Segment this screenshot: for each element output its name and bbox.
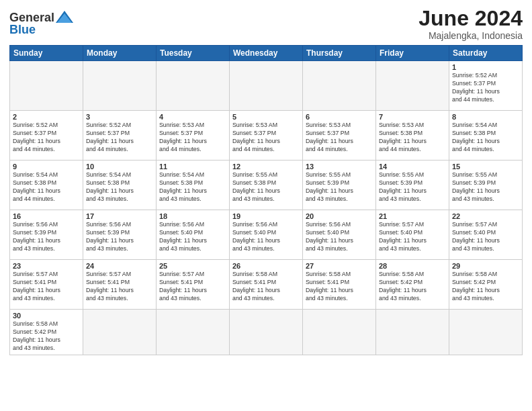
calendar-cell	[83, 61, 157, 111]
calendar-cell: 13Sunrise: 5:55 AM Sunset: 5:39 PM Dayli…	[303, 161, 376, 210]
day-number: 17	[86, 212, 153, 220]
day-info: Sunrise: 5:53 AM Sunset: 5:38 PM Dayligh…	[379, 122, 446, 154]
day-info: Sunrise: 5:55 AM Sunset: 5:39 PM Dayligh…	[379, 171, 446, 203]
calendar-cell: 21Sunrise: 5:57 AM Sunset: 5:40 PM Dayli…	[376, 210, 449, 260]
day-number: 16	[13, 212, 80, 220]
calendar-cell: 22Sunrise: 5:57 AM Sunset: 5:40 PM Dayli…	[449, 210, 523, 260]
calendar-cell: 25Sunrise: 5:57 AM Sunset: 5:41 PM Dayli…	[157, 260, 230, 310]
weekday-header-thursday: Thursday	[303, 46, 376, 61]
day-number: 15	[452, 163, 519, 171]
calendar-cell	[230, 310, 303, 355]
day-number: 6	[306, 113, 373, 121]
calendar-cell: 17Sunrise: 5:56 AM Sunset: 5:39 PM Dayli…	[83, 210, 157, 260]
day-info: Sunrise: 5:53 AM Sunset: 5:37 PM Dayligh…	[232, 122, 300, 154]
day-number: 18	[159, 212, 226, 220]
day-info: Sunrise: 5:56 AM Sunset: 5:39 PM Dayligh…	[13, 221, 80, 253]
day-number: 3	[86, 113, 153, 121]
day-info: Sunrise: 5:52 AM Sunset: 5:37 PM Dayligh…	[452, 72, 519, 104]
day-number: 20	[306, 212, 373, 220]
day-info: Sunrise: 5:56 AM Sunset: 5:40 PM Dayligh…	[232, 221, 300, 253]
day-number: 27	[306, 262, 373, 270]
month-title: June 2024	[418, 7, 523, 30]
title-block: June 2024 Majalengka, Indonesia	[418, 7, 523, 41]
calendar-cell: 19Sunrise: 5:56 AM Sunset: 5:40 PM Dayli…	[230, 210, 303, 260]
day-info: Sunrise: 5:53 AM Sunset: 5:37 PM Dayligh…	[306, 122, 373, 154]
day-number: 24	[86, 262, 153, 270]
calendar-cell: 6Sunrise: 5:53 AM Sunset: 5:37 PM Daylig…	[303, 111, 376, 161]
weekday-header-monday: Monday	[83, 46, 157, 61]
calendar-cell: 15Sunrise: 5:55 AM Sunset: 5:39 PM Dayli…	[449, 161, 523, 210]
day-info: Sunrise: 5:52 AM Sunset: 5:37 PM Dayligh…	[13, 122, 80, 154]
calendar-cell: 1Sunrise: 5:52 AM Sunset: 5:37 PM Daylig…	[449, 61, 523, 111]
calendar-cell: 16Sunrise: 5:56 AM Sunset: 5:39 PM Dayli…	[10, 210, 83, 260]
calendar-cell: 8Sunrise: 5:54 AM Sunset: 5:38 PM Daylig…	[449, 111, 523, 161]
calendar-cell: 29Sunrise: 5:58 AM Sunset: 5:42 PM Dayli…	[449, 260, 523, 310]
day-number: 9	[13, 163, 80, 171]
calendar-cell	[303, 310, 376, 355]
calendar-cell	[230, 61, 303, 111]
day-number: 10	[86, 163, 153, 171]
day-number: 5	[232, 113, 300, 121]
day-number: 14	[379, 163, 446, 171]
day-number: 26	[232, 262, 300, 270]
day-info: Sunrise: 5:58 AM Sunset: 5:42 PM Dayligh…	[13, 320, 80, 353]
day-number: 12	[232, 163, 300, 171]
logo-blue-text: Blue	[9, 23, 36, 37]
day-number: 4	[159, 113, 226, 121]
day-info: Sunrise: 5:55 AM Sunset: 5:39 PM Dayligh…	[306, 171, 373, 203]
day-info: Sunrise: 5:55 AM Sunset: 5:38 PM Dayligh…	[232, 171, 300, 203]
day-info: Sunrise: 5:56 AM Sunset: 5:39 PM Dayligh…	[86, 221, 153, 253]
subtitle: Majalengka, Indonesia	[418, 30, 523, 41]
calendar-cell: 30Sunrise: 5:58 AM Sunset: 5:42 PM Dayli…	[10, 310, 83, 355]
day-info: Sunrise: 5:58 AM Sunset: 5:41 PM Dayligh…	[306, 271, 373, 303]
day-number: 25	[159, 262, 226, 270]
calendar-cell: 26Sunrise: 5:58 AM Sunset: 5:41 PM Dayli…	[230, 260, 303, 310]
calendar-cell: 10Sunrise: 5:54 AM Sunset: 5:38 PM Dayli…	[83, 161, 157, 210]
calendar-cell: 24Sunrise: 5:57 AM Sunset: 5:41 PM Dayli…	[83, 260, 157, 310]
day-number: 29	[452, 262, 519, 270]
day-number: 8	[452, 113, 519, 121]
day-info: Sunrise: 5:54 AM Sunset: 5:38 PM Dayligh…	[159, 171, 226, 203]
day-number: 11	[159, 163, 226, 171]
weekday-header-wednesday: Wednesday	[230, 46, 303, 61]
calendar-cell	[83, 310, 157, 355]
day-info: Sunrise: 5:56 AM Sunset: 5:40 PM Dayligh…	[306, 221, 373, 253]
day-number: 30	[13, 312, 80, 320]
header: General Blue June 2024 Majalengka, Indon…	[9, 7, 523, 41]
calendar-cell: 5Sunrise: 5:53 AM Sunset: 5:37 PM Daylig…	[230, 111, 303, 161]
weekday-header-friday: Friday	[376, 46, 449, 61]
day-info: Sunrise: 5:57 AM Sunset: 5:40 PM Dayligh…	[452, 221, 519, 253]
day-info: Sunrise: 5:54 AM Sunset: 5:38 PM Dayligh…	[13, 171, 80, 203]
day-info: Sunrise: 5:56 AM Sunset: 5:40 PM Dayligh…	[159, 221, 226, 253]
logo-icon	[54, 9, 75, 26]
calendar-cell	[376, 310, 449, 355]
day-number: 28	[379, 262, 446, 270]
calendar-cell: 27Sunrise: 5:58 AM Sunset: 5:41 PM Dayli…	[303, 260, 376, 310]
day-info: Sunrise: 5:53 AM Sunset: 5:37 PM Dayligh…	[159, 122, 226, 154]
day-number: 2	[13, 113, 80, 121]
calendar-cell: 11Sunrise: 5:54 AM Sunset: 5:38 PM Dayli…	[157, 161, 230, 210]
day-info: Sunrise: 5:57 AM Sunset: 5:41 PM Dayligh…	[13, 271, 80, 303]
day-info: Sunrise: 5:55 AM Sunset: 5:39 PM Dayligh…	[452, 171, 519, 203]
calendar-cell: 4Sunrise: 5:53 AM Sunset: 5:37 PM Daylig…	[157, 111, 230, 161]
logo: General Blue	[9, 9, 75, 37]
calendar-cell	[376, 61, 449, 111]
day-number: 1	[452, 63, 519, 71]
weekday-header-sunday: Sunday	[10, 46, 83, 61]
calendar-cell: 9Sunrise: 5:54 AM Sunset: 5:38 PM Daylig…	[10, 161, 83, 210]
calendar-cell: 3Sunrise: 5:52 AM Sunset: 5:37 PM Daylig…	[83, 111, 157, 161]
day-number: 13	[306, 163, 373, 171]
day-info: Sunrise: 5:58 AM Sunset: 5:41 PM Dayligh…	[232, 271, 300, 303]
calendar-cell	[10, 61, 83, 111]
day-number: 22	[452, 212, 519, 220]
day-info: Sunrise: 5:54 AM Sunset: 5:38 PM Dayligh…	[452, 122, 519, 154]
weekday-header-tuesday: Tuesday	[157, 46, 230, 61]
calendar-cell: 23Sunrise: 5:57 AM Sunset: 5:41 PM Dayli…	[10, 260, 83, 310]
calendar-cell	[449, 310, 523, 355]
day-info: Sunrise: 5:57 AM Sunset: 5:41 PM Dayligh…	[86, 271, 153, 303]
calendar: SundayMondayTuesdayWednesdayThursdayFrid…	[9, 45, 523, 355]
calendar-cell: 20Sunrise: 5:56 AM Sunset: 5:40 PM Dayli…	[303, 210, 376, 260]
calendar-cell	[303, 61, 376, 111]
calendar-cell	[157, 310, 230, 355]
weekday-header-saturday: Saturday	[449, 46, 523, 61]
